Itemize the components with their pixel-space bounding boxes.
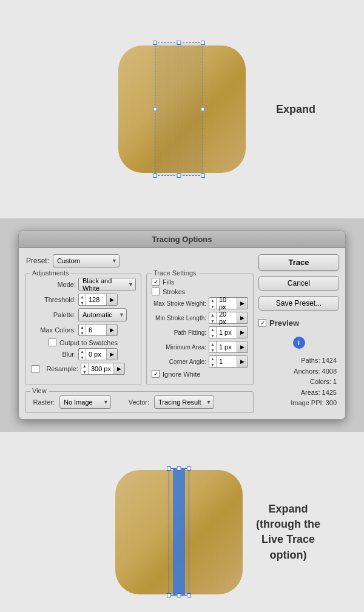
threshold-label: Threshold:	[30, 296, 76, 303]
resample-btn[interactable]: ▶	[113, 363, 124, 374]
fills-check[interactable]	[152, 278, 160, 286]
min-area-updown[interactable]: ▲ ▼	[209, 341, 217, 352]
resample-label: Resample:	[42, 365, 78, 372]
handle-bm	[177, 173, 181, 178]
mode-row: Mode: Black and White ▼	[30, 278, 136, 291]
ignore-white-row: Ignore White	[152, 370, 248, 378]
max-stroke-value: 10 px	[217, 296, 237, 311]
blur-btn[interactable]: ▶	[106, 349, 117, 360]
min-area-value: 1 px	[217, 343, 237, 351]
blur-row: Blur: ▲ ▼ 0 px ▶	[30, 348, 136, 360]
palette-label: Palette:	[30, 311, 76, 318]
blur-up[interactable]: ▲	[80, 349, 84, 355]
vector-select[interactable]: Tracing Result ▼	[154, 395, 214, 409]
min-area-row: Minimum Area: ▲ ▼ 1 px ▶	[152, 341, 248, 353]
threshold-btn[interactable]: ▶	[106, 294, 117, 305]
path-fitting-spinner[interactable]: ▲ ▼ 1 px ▶	[209, 326, 248, 338]
strokes-check[interactable]	[152, 288, 160, 295]
info-icon: i	[293, 337, 305, 349]
bottom-handle-tr	[187, 466, 191, 471]
min-stroke-value: 20 px	[217, 311, 237, 325]
vector-label: Vector:	[122, 398, 149, 406]
anchors-stat: Anchors: 4008	[258, 366, 337, 377]
corner-angle-spinner[interactable]: ▲ ▼ 1 ▶	[209, 355, 248, 368]
path-fitting-updown[interactable]: ▲ ▼	[209, 327, 217, 338]
preview-check[interactable]	[258, 319, 266, 327]
path-fitting-row: Path Fitting: ▲ ▼ 1 px ▶	[152, 326, 248, 338]
save-preset-button[interactable]: Save Preset...	[258, 296, 339, 311]
bottom-handle-tl	[167, 466, 171, 471]
path-fitting-label: Path Fitting:	[152, 329, 206, 336]
min-area-spinner[interactable]: ▲ ▼ 1 px ▶	[209, 341, 248, 353]
max-colors-down[interactable]: ▼	[80, 331, 84, 337]
resample-up[interactable]: ▲	[83, 363, 87, 369]
trace-settings-group: Trace Settings Fills Strokes Max Stroke …	[146, 274, 254, 385]
preset-label: Preset:	[26, 257, 49, 265]
corner-angle-updown[interactable]: ▲ ▼	[209, 356, 217, 367]
bottom-handle-tm	[177, 466, 181, 471]
bottom-label-text: Expand(through theLive Trace option)	[256, 503, 320, 561]
resample-check[interactable]	[32, 365, 39, 373]
cancel-button[interactable]: Cancel	[258, 276, 339, 291]
threshold-down[interactable]: ▼	[80, 300, 84, 306]
handle-tl	[153, 41, 157, 45]
min-stroke-label: Min Stroke Length:	[152, 315, 206, 321]
output-to-swatches-check[interactable]	[49, 338, 56, 346]
dialog-titlebar: Tracing Options	[19, 231, 345, 248]
ignore-white-check[interactable]	[152, 370, 160, 378]
threshold-up[interactable]: ▲	[80, 294, 84, 300]
max-colors-spinner[interactable]: ▲ ▼ 6 ▶	[78, 324, 118, 336]
two-col-settings: Adjustments Mode: Black and White ▼ Thre…	[25, 274, 254, 388]
resample-updown[interactable]: ▲ ▼	[81, 363, 89, 374]
bottom-illustration	[115, 468, 249, 596]
output-to-swatches-row: Output to Swatches	[49, 338, 136, 346]
fills-row: Fills	[152, 278, 248, 286]
max-colors-row: Max Colors: ▲ ▼ 6 ▶	[30, 324, 136, 336]
adjustments-label: Adjustments	[30, 269, 71, 277]
max-colors-up[interactable]: ▲	[80, 324, 84, 331]
resample-spinner[interactable]: ▲ ▼ 300 px ▶	[81, 363, 125, 375]
strokes-label: Strokes	[163, 288, 185, 295]
handle-ml	[153, 107, 157, 112]
top-illustration	[115, 42, 249, 176]
mode-select[interactable]: Black and White ▼	[78, 278, 136, 291]
resample-value: 300 px	[89, 365, 113, 372]
palette-select[interactable]: Automatic ▼	[78, 308, 127, 321]
dialog-title: Tracing Options	[152, 235, 212, 244]
max-colors-btn[interactable]: ▶	[106, 324, 117, 335]
palette-arrow: ▼	[119, 312, 124, 318]
threshold-spinner[interactable]: ▲ ▼ 128 ▶	[78, 294, 118, 306]
raster-label: Raster:	[30, 398, 55, 406]
max-colors-updown[interactable]: ▲ ▼	[79, 324, 86, 335]
fills-label: Fills	[163, 278, 175, 286]
max-stroke-updown[interactable]: ▲ ▼	[209, 298, 217, 309]
raster-arrow: ▼	[103, 399, 109, 405]
bottom-handle-br	[187, 593, 191, 597]
blur-spinner[interactable]: ▲ ▼ 0 px ▶	[78, 348, 118, 360]
resample-down[interactable]: ▼	[83, 369, 87, 375]
tracing-options-dialog: Tracing Options Preset: Custom ▼ Adjustm…	[18, 230, 346, 420]
preset-select[interactable]: Custom ▼	[53, 254, 120, 267]
bottom-section: Expand(through theLive Trace option)	[0, 432, 364, 612]
bottom-handle-bl	[167, 593, 171, 597]
selection-box-bottom	[169, 468, 189, 596]
threshold-updown[interactable]: ▲ ▼	[79, 294, 86, 305]
vector-arrow: ▼	[206, 399, 212, 405]
threshold-value: 128	[86, 296, 106, 303]
handle-br	[201, 173, 205, 178]
trace-button[interactable]: Trace	[258, 254, 339, 271]
blur-down[interactable]: ▼	[80, 355, 84, 361]
min-stroke-updown[interactable]: ▲ ▼	[209, 312, 217, 323]
min-stroke-spinner[interactable]: ▲ ▼ 20 px ▶	[209, 312, 248, 324]
max-stroke-spinner[interactable]: ▲ ▼ 10 px ▶	[209, 297, 248, 309]
areas-stat: Areas: 1425	[258, 388, 337, 398]
dialog-section: Tracing Options Preset: Custom ▼ Adjustm…	[0, 218, 364, 432]
top-section: Expand	[0, 0, 364, 218]
mode-label: Mode:	[30, 281, 76, 288]
blur-updown[interactable]: ▲ ▼	[79, 349, 86, 360]
corner-angle-value: 1	[217, 358, 237, 365]
adjustments-group: Adjustments Mode: Black and White ▼ Thre…	[25, 274, 141, 385]
raster-select[interactable]: No Image ▼	[59, 395, 111, 409]
min-area-label: Minimum Area:	[152, 344, 206, 351]
palette-row: Palette: Automatic ▼	[30, 308, 136, 321]
